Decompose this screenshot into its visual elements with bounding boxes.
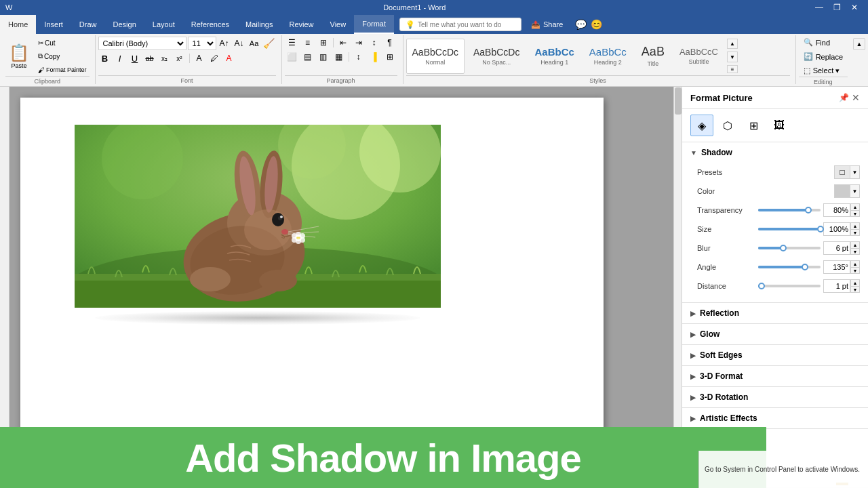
size-input[interactable] bbox=[823, 222, 850, 236]
size-tab-button[interactable]: ⊞ bbox=[742, 115, 765, 136]
bullets-button[interactable]: ☰ bbox=[285, 37, 300, 49]
styles-scroll-up[interactable]: ▲ ▼ ≡ bbox=[727, 39, 738, 74]
style-subtitle[interactable]: AaBbCcC Subtitle bbox=[673, 39, 724, 74]
format-painter-button[interactable]: 🖌 Format Painter bbox=[35, 64, 90, 76]
panel-close-button[interactable]: ✕ bbox=[852, 92, 860, 103]
tab-view[interactable]: View bbox=[322, 15, 355, 34]
picture-tab-button[interactable]: 🖼 bbox=[768, 115, 791, 136]
comments-icon[interactable]: 💬 bbox=[575, 19, 587, 30]
tab-format[interactable]: Format bbox=[354, 15, 394, 34]
collapse-ribbon-button[interactable]: ▲ bbox=[853, 38, 865, 50]
layout-tab-button[interactable]: ⬡ bbox=[716, 115, 739, 136]
user-icon[interactable]: 😊 bbox=[591, 19, 602, 30]
angle-increase-button[interactable]: ▲ bbox=[850, 260, 860, 267]
soft-edges-section-header[interactable]: ▶ Soft Edges bbox=[682, 345, 868, 365]
decrease-indent-button[interactable]: ⇤ bbox=[336, 37, 351, 49]
subscript-button[interactable]: x₂ bbox=[158, 52, 172, 64]
paste-button[interactable]: 📋 Paste bbox=[5, 39, 33, 74]
share-button[interactable]: 📤 Share bbox=[524, 19, 570, 30]
artistic-effects-section-header[interactable]: ▶ Artistic Effects bbox=[682, 408, 868, 428]
line-spacing-button[interactable]: ↕ bbox=[351, 51, 366, 63]
show-hide-button[interactable]: ¶ bbox=[382, 37, 397, 49]
underline-button[interactable]: U bbox=[128, 52, 142, 64]
angle-slider[interactable] bbox=[758, 266, 821, 268]
3d-rotation-section-header[interactable]: ▶ 3-D Rotation bbox=[682, 387, 868, 407]
align-left-button[interactable]: ⬜ bbox=[285, 51, 300, 63]
tab-design[interactable]: Design bbox=[105, 15, 144, 34]
transparency-increase-button[interactable]: ▲ bbox=[850, 203, 860, 210]
bold-button[interactable]: B bbox=[98, 52, 112, 64]
blur-decrease-button[interactable]: ▼ bbox=[850, 248, 860, 255]
style-heading2[interactable]: AaBbCc Heading 2 bbox=[583, 39, 633, 74]
replace-button[interactable]: 🔄 Replace bbox=[799, 51, 848, 62]
size-increase-button[interactable]: ▲ bbox=[850, 222, 860, 229]
tab-mailings[interactable]: Mailings bbox=[237, 15, 281, 34]
glow-section-header[interactable]: ▶ Glow bbox=[682, 324, 868, 344]
increase-font-button[interactable]: A↑ bbox=[218, 37, 231, 50]
blur-slider[interactable] bbox=[758, 247, 821, 249]
copy-button[interactable]: ⧉ Copy bbox=[35, 50, 90, 62]
numbering-button[interactable]: ≡ bbox=[300, 37, 315, 49]
reflection-section-header[interactable]: ▶ Reflection bbox=[682, 303, 868, 323]
sort-button[interactable]: ↕ bbox=[367, 37, 382, 49]
banner-text: Add Shadow in Image bbox=[185, 435, 581, 481]
close-button[interactable]: ✕ bbox=[846, 1, 863, 14]
select-button[interactable]: ⬚ Select ▾ bbox=[799, 65, 848, 77]
transparency-decrease-button[interactable]: ▼ bbox=[850, 210, 860, 217]
tab-draw[interactable]: Draw bbox=[71, 15, 105, 34]
distance-slider[interactable] bbox=[758, 285, 821, 287]
presets-dropdown-button[interactable]: ▼ bbox=[850, 165, 860, 179]
tab-insert[interactable]: Insert bbox=[36, 15, 71, 34]
tab-layout[interactable]: Layout bbox=[144, 15, 183, 34]
tab-references[interactable]: References bbox=[183, 15, 237, 34]
tab-home[interactable]: Home bbox=[0, 15, 36, 34]
distance-decrease-button[interactable]: ▼ bbox=[850, 286, 860, 293]
style-title[interactable]: AaB Title bbox=[635, 39, 671, 74]
3d-format-section-header[interactable]: ▶ 3-D Format bbox=[682, 366, 868, 386]
transparency-slider[interactable] bbox=[758, 209, 821, 211]
blur-input[interactable] bbox=[823, 241, 850, 255]
style-heading1[interactable]: AaBbCc Heading 1 bbox=[528, 39, 580, 74]
align-right-button[interactable]: ▥ bbox=[316, 51, 331, 63]
size-decrease-button[interactable]: ▼ bbox=[850, 229, 860, 236]
style-no-spacing[interactable]: AaBbCcDc No Spac... bbox=[467, 39, 526, 74]
font-size-select[interactable]: 11 bbox=[188, 37, 216, 50]
shadow-section-header[interactable]: ▼ Shadow bbox=[682, 142, 868, 163]
increase-indent-button[interactable]: ⇥ bbox=[351, 37, 366, 49]
justify-button[interactable]: ▦ bbox=[332, 51, 347, 63]
shadow-expand-icon: ▼ bbox=[690, 149, 697, 157]
angle-input[interactable] bbox=[823, 260, 850, 274]
blur-increase-button[interactable]: ▲ bbox=[850, 241, 860, 248]
text-effects-button[interactable]: A bbox=[193, 52, 206, 64]
strikethrough-button[interactable]: ab bbox=[143, 52, 157, 64]
font-family-select[interactable]: Calibri (Body) bbox=[98, 37, 186, 50]
find-button[interactable]: 🔍 Find bbox=[799, 37, 848, 48]
cut-button[interactable]: ✂ Cut bbox=[35, 37, 90, 49]
align-center-button[interactable]: ▤ bbox=[300, 51, 315, 63]
text-highlight-button[interactable]: 🖊 bbox=[208, 52, 221, 64]
tell-me-input[interactable] bbox=[418, 21, 506, 28]
font-color-button[interactable]: A bbox=[222, 52, 236, 64]
color-dropdown-button[interactable]: ▼ bbox=[850, 184, 860, 198]
distance-input[interactable] bbox=[823, 279, 850, 293]
transparency-input[interactable] bbox=[823, 203, 850, 217]
size-slider[interactable] bbox=[758, 228, 821, 230]
multilevel-list-button[interactable]: ⊞ bbox=[316, 37, 331, 49]
tab-review[interactable]: Review bbox=[281, 15, 321, 34]
decrease-font-button[interactable]: A↓ bbox=[233, 37, 246, 50]
distance-increase-button[interactable]: ▲ bbox=[850, 279, 860, 286]
minimize-button[interactable]: — bbox=[811, 1, 827, 14]
superscript-button[interactable]: x² bbox=[173, 52, 186, 64]
angle-decrease-button[interactable]: ▼ bbox=[850, 267, 860, 274]
italic-button[interactable]: I bbox=[113, 52, 127, 64]
change-case-button[interactable]: Aa bbox=[248, 37, 261, 50]
glow-section: ▶ Glow bbox=[682, 324, 868, 345]
effects-tab-button[interactable]: ◈ bbox=[690, 115, 713, 136]
shading-button[interactable]: ▐ bbox=[367, 51, 382, 63]
style-normal[interactable]: AaBbCcDc Normal bbox=[406, 39, 465, 74]
image-container[interactable] bbox=[75, 125, 441, 308]
clear-format-button[interactable]: 🧹 bbox=[262, 37, 276, 50]
borders-button[interactable]: ⊞ bbox=[382, 51, 397, 63]
restore-button[interactable]: ❐ bbox=[829, 1, 845, 14]
panel-pin-button[interactable]: 📌 bbox=[839, 92, 849, 103]
